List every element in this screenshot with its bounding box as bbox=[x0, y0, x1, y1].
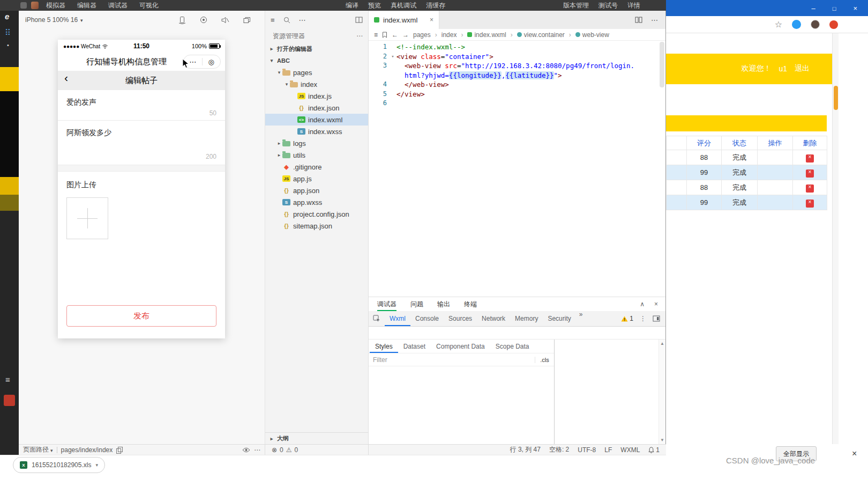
breadcrumb-item-web-view[interactable]: web-view bbox=[575, 31, 609, 39]
minimize-button[interactable] bbox=[812, 5, 815, 12]
search-icon[interactable] bbox=[283, 17, 290, 24]
tree-item-app.json[interactable]: {}app.json bbox=[265, 185, 368, 196]
editor-scrollbar[interactable] bbox=[660, 42, 664, 87]
bookmark-icon[interactable] bbox=[382, 32, 387, 38]
tree-item-project.config.json[interactable]: {}project.config.json bbox=[265, 208, 368, 220]
breadcrumb-item-index.wxml[interactable]: index.wxml bbox=[467, 31, 506, 39]
menubar-item-可视化[interactable]: 可视化 bbox=[139, 1, 159, 10]
code-line[interactable]: html?yhjwd={{longitude}},{{latitude}}"> bbox=[369, 71, 665, 80]
split-panel-icon[interactable] bbox=[355, 17, 363, 23]
inspector-tab-Component Data[interactable]: Component Data bbox=[431, 340, 490, 353]
tree-item-app.wxss[interactable]: Sapp.wxss bbox=[265, 196, 368, 208]
menubar-item-测试号[interactable]: 测试号 bbox=[598, 1, 618, 10]
devtools-tab-Memory[interactable]: Memory bbox=[510, 311, 543, 326]
tree-item-sitemap.json[interactable]: {}sitemap.json bbox=[265, 220, 368, 232]
maximize-button[interactable] bbox=[833, 5, 836, 12]
tree-item-logs[interactable]: ▸logs bbox=[265, 137, 368, 149]
code-line[interactable]: 2▾<view class="container"> bbox=[369, 52, 665, 62]
menubar-item-真机调试[interactable]: 真机调试 bbox=[391, 1, 416, 10]
devtools-scrollbar[interactable]: ▲ ▼ bbox=[659, 340, 665, 444]
devtools-tab-Security[interactable]: Security bbox=[543, 311, 575, 326]
add-image-button[interactable] bbox=[66, 197, 108, 239]
project-section[interactable]: ▾ ABC bbox=[265, 55, 368, 67]
devtools-tab-Wxml[interactable]: Wxml bbox=[385, 311, 410, 326]
collapse-panel-icon[interactable] bbox=[640, 301, 645, 307]
more-icon[interactable] bbox=[254, 447, 260, 453]
menubar-item-版本管理[interactable]: 版本管理 bbox=[563, 1, 589, 10]
rotate-device-icon[interactable] bbox=[178, 16, 186, 24]
breadcrumb-item-view.container[interactable]: view.container bbox=[517, 31, 565, 39]
eol-setting[interactable]: LF bbox=[604, 446, 612, 454]
hamburger-icon[interactable] bbox=[5, 375, 10, 383]
tree-item-index[interactable]: ▾index bbox=[265, 78, 368, 90]
extension-icon-red[interactable] bbox=[829, 20, 838, 29]
breadcrumb-item-pages[interactable]: pages bbox=[413, 31, 431, 39]
warning-badge[interactable]: 1 bbox=[621, 315, 633, 322]
devtools-menu-icon[interactable] bbox=[640, 315, 646, 322]
user-avatar[interactable] bbox=[31, 2, 39, 9]
post-content-field[interactable]: 阿斯顿发多少 200 bbox=[58, 121, 225, 165]
menubar-item-预览[interactable]: 预览 bbox=[368, 1, 381, 10]
back-icon[interactable] bbox=[64, 72, 68, 83]
open-editors-section[interactable]: ▸ 打开的编辑器 bbox=[265, 43, 368, 55]
tree-item-app.js[interactable]: JSapp.js bbox=[265, 173, 368, 185]
indentation-setting[interactable]: 空格: 2 bbox=[549, 445, 569, 454]
page-scrollbar[interactable] bbox=[832, 33, 839, 444]
editor-more-icon[interactable] bbox=[651, 17, 658, 24]
tree-item-index.wxml[interactable]: <>index.wxml bbox=[265, 114, 368, 126]
dock-side-icon[interactable] bbox=[653, 315, 660, 322]
menubar-item-清缓存[interactable]: 清缓存 bbox=[426, 1, 445, 10]
tree-item-index.js[interactable]: JSindex.js bbox=[265, 90, 368, 102]
code-line[interactable]: 6 bbox=[369, 99, 665, 108]
file-list-icon[interactable] bbox=[271, 17, 275, 24]
encoding-setting[interactable]: UTF-8 bbox=[578, 446, 596, 454]
dismiss-icon[interactable] bbox=[852, 449, 857, 458]
tree-item-index.json[interactable]: {}index.json bbox=[265, 102, 368, 114]
statusbar-problems-section[interactable]: 0 0 bbox=[265, 445, 369, 455]
scrollbar-thumb[interactable] bbox=[834, 86, 838, 110]
inspect-element-icon[interactable] bbox=[369, 311, 385, 326]
app-grid-icon[interactable]: ⠿ bbox=[5, 28, 11, 38]
tree-item-.gitignore[interactable]: ◆.gitignore bbox=[265, 161, 368, 173]
more-tabs-icon[interactable] bbox=[576, 311, 586, 326]
debug-tab-问题[interactable]: 问题 bbox=[410, 297, 423, 311]
tree-item-index.wxss[interactable]: Sindex.wxss bbox=[265, 126, 368, 137]
extension-icon[interactable] bbox=[792, 20, 801, 29]
code-editor[interactable]: 1<!--index.wxml-->2▾<view class="contain… bbox=[369, 41, 665, 297]
tab-index-wxml[interactable]: index.wxml bbox=[369, 11, 439, 29]
more-actions-icon[interactable] bbox=[299, 17, 306, 24]
post-title-field[interactable]: 爱的发声 50 bbox=[58, 90, 225, 121]
delete-button[interactable] bbox=[806, 169, 814, 178]
page-path-dropdown[interactable]: 页面路径 bbox=[23, 445, 53, 454]
scroll-up-icon[interactable]: ▲ bbox=[660, 341, 664, 346]
mute-icon[interactable] bbox=[221, 17, 229, 24]
debug-tab-终端[interactable]: 终端 bbox=[464, 297, 477, 311]
tree-item-utils[interactable]: ▸utils bbox=[265, 149, 368, 161]
breadcrumb-item-index[interactable]: index bbox=[442, 31, 457, 39]
code-line[interactable]: 5</view> bbox=[369, 90, 665, 99]
menubar-item-详情[interactable]: 详情 bbox=[627, 1, 640, 10]
code-line[interactable]: 1<!--index.wxml--> bbox=[369, 42, 665, 52]
devtools-tab-Sources[interactable]: Sources bbox=[444, 311, 477, 326]
cls-toggle-button[interactable]: .cls bbox=[535, 357, 554, 363]
devtools-tab-Network[interactable]: Network bbox=[477, 311, 510, 326]
language-mode[interactable]: WXML bbox=[620, 446, 640, 454]
profile-avatar[interactable] bbox=[811, 20, 820, 29]
browser-logo-icon[interactable]: e bbox=[5, 12, 9, 21]
multi-window-icon[interactable] bbox=[243, 17, 251, 24]
tree-item-pages[interactable]: ▾pages bbox=[265, 67, 368, 78]
code-line[interactable]: 3 <web-view src="http://192.168.3.42:808… bbox=[369, 61, 665, 71]
menubar-item-编译[interactable]: 编译 bbox=[346, 1, 358, 10]
download-item[interactable]: X 16155210182905.xls bbox=[13, 457, 105, 473]
delete-button[interactable] bbox=[806, 200, 814, 208]
inspector-tab-Dataset[interactable]: Dataset bbox=[398, 340, 431, 353]
debug-tab-调试器[interactable]: 调试器 bbox=[377, 297, 396, 311]
scroll-down-icon[interactable]: ▼ bbox=[660, 438, 664, 442]
outline-toggle-icon[interactable] bbox=[374, 32, 378, 38]
record-icon[interactable] bbox=[200, 16, 207, 24]
navigate-back-icon[interactable] bbox=[392, 32, 398, 38]
delete-button[interactable] bbox=[806, 185, 814, 193]
menubar-item-调试器[interactable]: 调试器 bbox=[108, 1, 128, 10]
inspector-tab-Scope Data[interactable]: Scope Data bbox=[490, 340, 535, 353]
notifications-bell[interactable]: 1 bbox=[648, 446, 660, 454]
